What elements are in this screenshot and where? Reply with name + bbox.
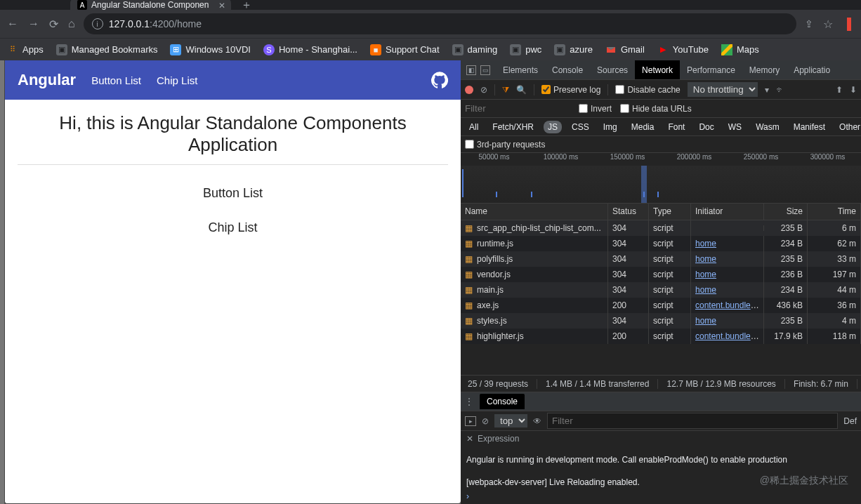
bookmark-managed[interactable]: ▣Managed Bookmarks [56, 44, 158, 55]
devtools-panel: ◧ ▭ Elements Console Sources Network Per… [461, 60, 861, 504]
import-icon[interactable]: ⬆ [836, 85, 843, 95]
third-party-checkbox[interactable]: 3rd-party requests [465, 140, 545, 150]
table-row[interactable]: ▦highlighter.js200scriptcontent.bundle..… [461, 329, 861, 344]
console-drawer-header: ⋮ Console [461, 392, 861, 411]
devtools-tabs: ◧ ▭ Elements Console Sources Network Per… [461, 60, 861, 80]
table-row[interactable]: ▦styles.js304scripthome235 B4 m [461, 313, 861, 329]
table-row[interactable]: ▦axe.js200scriptcontent.bundle....436 kB… [461, 298, 861, 313]
folder-icon: ▣ [56, 44, 67, 55]
hide-data-urls-checkbox[interactable]: Hide data URLs [620, 104, 692, 114]
network-conditions-icon[interactable]: ᯤ [776, 85, 784, 95]
nav-chip-list[interactable]: Chip List [157, 74, 197, 86]
inspect-icon[interactable]: ◧ [466, 65, 476, 75]
close-tab-icon[interactable]: ✕ [218, 1, 225, 11]
live-expression-icon[interactable]: 👁 [533, 416, 541, 426]
tab-memory[interactable]: Memory [742, 60, 787, 79]
address-bar[interactable]: i 127.0.0.1:4200/home [84, 13, 796, 34]
browser-tab[interactable]: A Angular Standalone Componen ✕ [70, 0, 231, 11]
forward-icon[interactable]: → [28, 18, 39, 30]
invert-checkbox[interactable]: Invert [579, 104, 612, 114]
app-viewport: Angular Button List Chip List Hi, this i… [4, 60, 461, 504]
back-icon[interactable]: ← [7, 18, 18, 30]
console-filter-input[interactable] [547, 413, 838, 429]
drawer-menu-icon[interactable]: ⋮ [465, 397, 474, 406]
network-overview[interactable]: 50000 ms100000 ms150000 ms200000 ms25000… [461, 153, 861, 204]
browser-tabstrip: A Angular Standalone Componen ✕ ＋ [0, 0, 861, 10]
table-row[interactable]: ▦src_app_chip-list_chip-list_com...304sc… [461, 220, 861, 236]
filter-all[interactable]: All [465, 121, 482, 133]
network-filter-input[interactable] [465, 103, 570, 114]
reload-icon[interactable]: ⟳ [49, 18, 58, 31]
site-info-icon[interactable]: i [92, 18, 103, 29]
profile-edge [847, 18, 851, 31]
table-row[interactable]: ▦vendor.js304scripthome236 B197 m [461, 267, 861, 282]
bookmark-star-icon[interactable]: ☆ [823, 18, 833, 31]
disable-cache-checkbox[interactable]: Disable cache [615, 85, 680, 95]
list-item[interactable]: Button List [18, 186, 448, 201]
filter-wasm[interactable]: Wasm [751, 121, 784, 133]
network-filter-row: Invert Hide data URLs [461, 100, 861, 118]
throttling-select[interactable]: No throttling [688, 82, 758, 97]
chevron-down-icon[interactable]: ▾ [765, 85, 769, 95]
bookmark-apps[interactable]: ⠿Apps [7, 44, 44, 55]
table-row[interactable]: ▦polyfills.js304scripthome235 B33 m [461, 251, 861, 267]
filter-fetchxhr[interactable]: Fetch/XHR [488, 121, 538, 133]
filter-img[interactable]: Img [599, 121, 622, 133]
console-tab[interactable]: Console [480, 394, 525, 409]
bookmark-youtube[interactable]: ▶YouTube [657, 44, 709, 55]
apps-icon: ⠿ [7, 44, 18, 55]
preserve-log-checkbox[interactable]: Preserve log [541, 85, 600, 95]
table-header[interactable]: Name Status Type Initiator Size Time [461, 204, 861, 220]
filter-css[interactable]: CSS [567, 121, 593, 133]
record-icon[interactable] [465, 86, 473, 94]
console-sidebar-icon[interactable]: ▸ [465, 416, 476, 426]
filter-other[interactable]: Other [835, 121, 861, 133]
filter-ws[interactable]: WS [724, 121, 746, 133]
filter-manifest[interactable]: Manifest [789, 121, 829, 133]
bookmark-pwc[interactable]: ▣pwc [510, 44, 541, 55]
console-clear-icon[interactable]: ⊘ [482, 416, 489, 426]
filter-doc[interactable]: Doc [695, 121, 718, 133]
folder-icon: ▣ [452, 44, 464, 55]
angular-favicon: A [77, 0, 87, 10]
tab-sources[interactable]: Sources [590, 60, 635, 79]
console-context-select[interactable]: top [494, 414, 527, 427]
clear-icon[interactable]: ⊘ [480, 85, 487, 95]
tab-application[interactable]: Applicatio [787, 60, 837, 79]
export-icon[interactable]: ⬇ [850, 85, 857, 95]
tab-title: Angular Standalone Componen [91, 0, 209, 10]
type-filter-row: All Fetch/XHR JS CSS Img Media Font Doc … [461, 118, 861, 136]
bookmark-winvdi[interactable]: ⊞Windows 10VDI [170, 44, 250, 55]
bookmark-azure[interactable]: ▣azure [554, 44, 593, 55]
bookmark-daming[interactable]: ▣daming [452, 44, 498, 55]
github-icon[interactable] [431, 72, 448, 88]
tab-network[interactable]: Network [635, 60, 680, 79]
filter-media[interactable]: Media [627, 121, 659, 133]
filter-icon[interactable]: ⧩ [502, 85, 509, 95]
filter-js[interactable]: JS [544, 121, 562, 133]
list-item[interactable]: Chip List [18, 220, 448, 235]
tab-elements[interactable]: Elements [496, 60, 545, 79]
remove-expression-icon[interactable]: ✕ [466, 434, 473, 444]
app-title: Angular [18, 71, 76, 89]
console-levels[interactable]: Def [843, 416, 857, 426]
network-status-bar: 25 / 39 requests 1.4 MB / 1.4 MB transfe… [461, 375, 861, 392]
tab-performance[interactable]: Performance [680, 60, 742, 79]
console-prompt[interactable]: › [466, 491, 855, 501]
tab-console[interactable]: Console [545, 60, 590, 79]
home-icon[interactable]: ⌂ [68, 18, 75, 30]
device-toggle-icon[interactable]: ▭ [480, 65, 490, 75]
bookmark-gmail[interactable]: Gmail [605, 44, 645, 55]
share-icon[interactable]: ⇪ [805, 18, 813, 29]
network-toolbar: ⊘ ⧩ 🔍 Preserve log Disable cache No thro… [461, 80, 861, 100]
console-toolbar: ▸ ⊘ top 👁 Def [461, 411, 861, 431]
search-icon[interactable]: 🔍 [516, 85, 527, 95]
bookmark-support[interactable]: ■Support Chat [370, 44, 440, 55]
nav-button-list[interactable]: Button List [91, 74, 141, 86]
table-row[interactable]: ▦main.js304scripthome234 B44 m [461, 282, 861, 298]
overview-ruler: 50000 ms100000 ms150000 ms200000 ms25000… [461, 153, 861, 166]
table-row[interactable]: ▦runtime.js304scripthome234 B62 m [461, 236, 861, 251]
bookmark-shanghai[interactable]: SHome - Shanghai... [263, 44, 357, 55]
bookmark-maps[interactable]: Maps [721, 44, 759, 55]
filter-font[interactable]: Font [664, 121, 689, 133]
